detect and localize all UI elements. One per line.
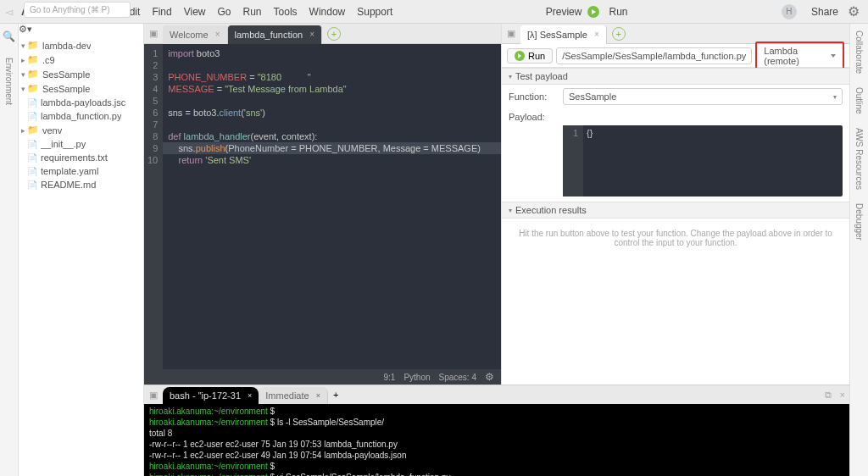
language-mode[interactable]: Python [403, 373, 430, 382]
menu-find[interactable]: Find [146, 6, 177, 18]
terminal-tab-bash[interactable]: bash - "ip-172-31× [163, 387, 259, 404]
tree-venv[interactable]: ▸📁venv [19, 123, 143, 137]
file-tree: ⚙▾ ▾📁lambda-dev ▸📁.c9 ▾📁SesSample ▾📁SesS… [19, 24, 144, 476]
tree-readme[interactable]: 📄README.md [19, 178, 143, 191]
tree-lambda-func[interactable]: 📄lambda_function.py [19, 109, 143, 123]
code-editor[interactable]: 12345678910 import boto3 PHONE_NUMBER = … [144, 44, 501, 369]
function-label: Function: [509, 91, 563, 102]
menu-window[interactable]: Window [303, 6, 352, 18]
maximize-icon[interactable]: ⧉ [821, 390, 836, 401]
editor-pane: ▣ Welcome× lambda_function× + 1234567891… [144, 24, 502, 385]
tab-sessample-run[interactable]: [λ] SesSample× [520, 25, 607, 44]
search-icon[interactable]: 🔍 [3, 30, 15, 42]
lambda-run-pane: ▣ [λ] SesSample× + Run /SesSample/SesSam… [502, 24, 849, 385]
rail-collaborate[interactable]: Collaborate [854, 30, 864, 74]
tree-template[interactable]: 📄template.yaml [19, 164, 143, 178]
run-icon[interactable] [587, 6, 599, 18]
right-rail: Collaborate Outline AWS Resources Debugg… [849, 24, 868, 476]
goto-anything-input[interactable]: Go to Anything (⌘ P) [24, 2, 131, 18]
menu-view[interactable]: View [178, 6, 212, 18]
close-icon[interactable]: × [309, 30, 314, 39]
tree-c9[interactable]: ▸📁.c9 [19, 53, 143, 67]
close-icon[interactable]: × [215, 30, 220, 39]
tab-panel-icon[interactable]: ▣ [144, 28, 163, 39]
left-rail: 🔍 Environment [0, 24, 19, 476]
menu-go[interactable]: Go [212, 6, 237, 18]
tab-welcome[interactable]: Welcome× [163, 25, 228, 44]
payload-editor[interactable]: 1 {} [563, 125, 843, 196]
tree-sessample1[interactable]: ▾📁SesSample [19, 67, 143, 81]
terminal[interactable]: hiroaki.akanuma:~/environment $ hiroaki.… [144, 404, 849, 476]
share-button[interactable]: Share [805, 6, 844, 18]
rail-aws-resources[interactable]: AWS Resources [854, 128, 864, 190]
close-icon[interactable]: × [248, 391, 252, 400]
payload-label: Payload: [509, 112, 563, 122]
tree-settings-icon[interactable]: ⚙▾ [19, 24, 32, 34]
editor-tabbar: ▣ Welcome× lambda_function× + [144, 24, 501, 44]
function-select[interactable]: SesSample [563, 88, 843, 105]
section-test-payload[interactable]: Test payload [502, 68, 849, 85]
tree-requirements[interactable]: 📄requirements.txt [19, 151, 143, 164]
cursor-position: 9:1 [383, 373, 395, 382]
rail-debugger[interactable]: Debugger [854, 203, 864, 241]
line-gutter: 12345678910 [144, 44, 163, 369]
close-panel-icon[interactable]: × [836, 390, 849, 400]
new-tab-button[interactable]: + [327, 27, 341, 41]
tab-panel-icon[interactable]: ▣ [502, 28, 520, 39]
rail-outline[interactable]: Outline [854, 87, 864, 114]
run-button[interactable]: Run [507, 48, 553, 64]
left-rail-environment[interactable]: Environment [4, 58, 14, 105]
tree-init[interactable]: 📄__init__.py [19, 137, 143, 151]
avatar[interactable]: H [782, 4, 797, 19]
runner-dropdown[interactable]: Lambda (remote) [755, 42, 844, 70]
section-exec-results[interactable]: Execution results [502, 202, 849, 219]
tab-lambda-function[interactable]: lambda_function× [228, 25, 323, 44]
tab-panel-icon[interactable]: ▣ [144, 390, 163, 401]
menu-run[interactable]: Run [237, 6, 268, 18]
menu-support[interactable]: Support [351, 6, 398, 18]
play-icon [515, 51, 525, 61]
tree-sessample2[interactable]: ▾📁SesSample [19, 81, 143, 96]
command-path-input[interactable]: /SesSample/SesSample/lambda_function.py [556, 47, 752, 64]
new-terminal-button[interactable]: + [333, 390, 338, 400]
tree-root[interactable]: ▾📁lambda-dev [19, 38, 143, 53]
terminal-pane: ▣ bash - "ip-172-31× Immediate× + ⧉ × hi… [144, 385, 849, 476]
status-gear-icon[interactable]: ⚙ [485, 371, 494, 383]
indent-mode[interactable]: Spaces: 4 [439, 373, 476, 382]
menu-tools[interactable]: Tools [268, 6, 303, 18]
preview-button[interactable]: Preview [540, 6, 588, 18]
cloud-icon: ◅ [5, 6, 13, 18]
exec-results-placeholder: Hit the run button above to test your fu… [502, 219, 849, 257]
close-icon[interactable]: × [594, 30, 599, 39]
editor-statusbar: 9:1 Python Spaces: 4 ⚙ [144, 369, 501, 385]
terminal-tab-immediate[interactable]: Immediate× [259, 387, 328, 404]
settings-gear-icon[interactable]: ⚙ [844, 3, 863, 19]
close-icon[interactable]: × [316, 391, 320, 400]
new-tab-button[interactable]: + [612, 27, 626, 41]
top-run-button[interactable]: Run [603, 6, 633, 18]
tree-payloads[interactable]: 📄lambda-payloads.jsc [19, 96, 143, 109]
